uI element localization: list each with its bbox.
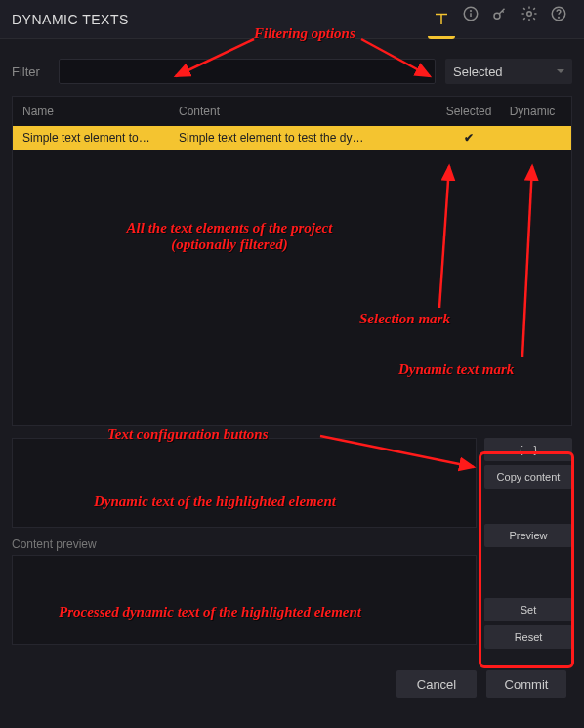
footer: Cancel Commit [0,661,584,707]
titlebar-icons [428,0,572,39]
table-header: Name Content Selected Dynamic [13,97,571,126]
filter-input[interactable] [59,59,436,84]
braces-button[interactable]: {…} [484,438,572,461]
header-name[interactable]: Name [22,105,179,118]
row-selected-mark: ✔ [435,131,503,145]
row-content: Simple text element to test the dy… [179,131,435,145]
window-title: DYNAMIC TEXTS [12,12,428,27]
row-name: Simple text element to… [22,131,179,145]
table-row[interactable]: Simple text element to… Simple text elem… [13,126,571,150]
text-icon[interactable] [428,2,455,39]
content-preview-label: Content preview [12,537,477,551]
filter-dropdown[interactable]: Selected [445,59,572,84]
filter-row: Filter Selected [0,39,584,96]
filter-dropdown-value: Selected [453,64,503,79]
cancel-button[interactable]: Cancel [396,670,477,698]
svg-point-6 [559,17,560,18]
titlebar: DYNAMIC TEXTS [0,0,584,39]
header-selected[interactable]: Selected [435,105,503,118]
side-buttons: {…} Copy content Preview Set Reset [484,438,572,649]
gear-icon[interactable] [516,0,543,27]
copy-content-button[interactable]: Copy content [484,465,572,489]
filter-label: Filter [12,64,49,79]
preview-button[interactable]: Preview [484,524,572,547]
chevron-down-icon [557,69,564,73]
reset-button[interactable]: Reset [484,625,572,649]
help-icon[interactable] [545,0,572,27]
commit-button[interactable]: Commit [486,670,566,698]
svg-point-2 [471,10,472,11]
dynamic-text-editor[interactable] [12,438,477,528]
set-button[interactable]: Set [484,598,572,621]
text-elements-table: Name Content Selected Dynamic Simple tex… [12,96,572,426]
key-icon[interactable] [486,0,514,27]
svg-point-4 [527,11,532,16]
info-icon[interactable] [457,0,484,27]
header-content[interactable]: Content [179,105,435,118]
content-preview-box [12,555,477,645]
editor-section: Content preview {…} Copy content Preview… [12,438,572,649]
header-dynamic[interactable]: Dynamic [503,105,562,118]
editor-left: Content preview [12,438,477,649]
svg-point-3 [494,13,500,19]
